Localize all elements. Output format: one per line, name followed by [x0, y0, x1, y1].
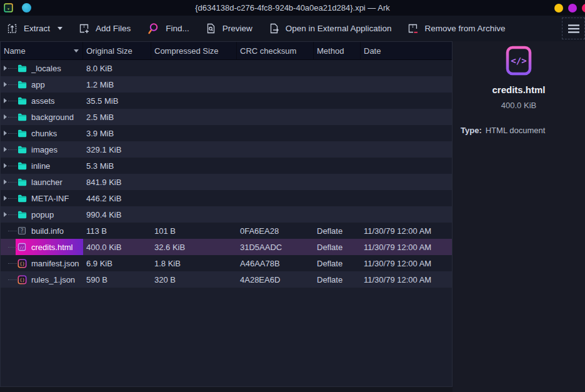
table-row[interactable]: popup990.4 KiB — [1, 206, 452, 223]
tree-indent — [1, 125, 16, 141]
table-row[interactable]: //credits.html400.0 KiB32.6 KiB31D5AADCD… — [1, 239, 452, 255]
expand-arrow-icon[interactable] — [4, 114, 7, 119]
cell-compressed-size: 32.6 KiB — [151, 239, 237, 255]
column-header-name[interactable]: Name — [1, 42, 83, 59]
expand-arrow-icon[interactable] — [4, 196, 7, 201]
cell-method: Deflate — [314, 271, 361, 288]
table-row[interactable]: META-INF446.2 KiB — [1, 190, 452, 206]
cell-date: 11/30/79 12:00 AM — [361, 271, 452, 288]
table-row[interactable]: launcher841.9 KiB — [1, 174, 452, 190]
remove-from-archive-icon — [407, 23, 419, 34]
cell-crc-checksum — [237, 76, 314, 93]
archive-table: Name Original Size Compressed Size CRC c… — [0, 41, 452, 387]
cell-name: {}manifest.json — [1, 255, 83, 271]
tree-indent — [1, 206, 16, 223]
cell-crc-checksum — [237, 93, 314, 109]
cell-original-size: 446.2 KiB — [83, 190, 151, 206]
expand-arrow-icon[interactable] — [4, 163, 7, 168]
column-header-crc-checksum[interactable]: CRC checksum — [237, 42, 314, 59]
preview-icon — [205, 23, 217, 34]
add-files-button[interactable]: Add Files — [78, 23, 131, 34]
folder-icon — [18, 178, 27, 186]
extract-icon — [6, 23, 18, 34]
cell-original-size: 841.9 KiB — [83, 174, 151, 190]
folder-icon — [18, 162, 27, 170]
tree-connector — [8, 149, 17, 150]
preview-button[interactable]: Preview — [205, 23, 252, 34]
open-external-button[interactable]: Open in External Application — [268, 23, 392, 34]
entry-name: credits.html — [31, 243, 72, 252]
column-header-method[interactable]: Method — [314, 42, 361, 59]
expand-arrow-icon[interactable] — [4, 131, 7, 136]
window-title: {d634138d-c276-4fc8-924b-40a0ea21d284}.x… — [0, 3, 585, 13]
svg-text:{}: {} — [19, 278, 24, 283]
table-row[interactable]: background2.5 MiB — [1, 109, 452, 125]
entry-name: app — [31, 80, 45, 89]
unknown-file-icon: ? — [18, 226, 26, 235]
cell-method — [314, 76, 361, 93]
minimize-button[interactable] — [554, 4, 563, 13]
cell-date — [361, 174, 452, 190]
cell-date — [361, 125, 452, 141]
expand-arrow-icon[interactable] — [4, 98, 7, 103]
cell-name: //credits.html — [1, 239, 83, 255]
cell-name: launcher — [1, 174, 83, 190]
tree-indent — [1, 239, 16, 255]
expand-arrow-icon[interactable] — [4, 179, 7, 184]
cell-compressed-size: 1.8 KiB — [151, 255, 237, 271]
close-button[interactable] — [582, 4, 585, 13]
tree-indent — [1, 190, 16, 206]
cell-name: popup — [1, 206, 83, 223]
expand-arrow-icon[interactable] — [4, 147, 7, 152]
info-file-name: credits.html — [492, 84, 545, 95]
tree-connector — [8, 68, 17, 69]
cell-date — [361, 190, 452, 206]
open-external-icon — [268, 23, 280, 34]
column-header-date[interactable]: Date — [361, 42, 452, 59]
cell-name: background — [1, 109, 83, 125]
expand-arrow-icon[interactable] — [4, 82, 7, 87]
column-header-compressed-size[interactable]: Compressed Size — [151, 42, 237, 59]
expand-arrow-icon[interactable] — [4, 212, 7, 217]
tree-connector — [8, 166, 17, 166]
table-row[interactable]: inline5.3 MiB — [1, 158, 452, 174]
entry-name: images — [31, 145, 58, 154]
column-header-name-label: Name — [4, 46, 26, 56]
preview-label: Preview — [222, 24, 252, 33]
table-row[interactable]: {}manifest.json6.9 KiB1.8 KiBA46AA78BDef… — [1, 255, 452, 271]
expand-arrow-icon[interactable] — [4, 66, 7, 71]
cell-name: ?build.info — [1, 223, 83, 239]
column-header-original-size[interactable]: Original Size — [83, 42, 151, 59]
cell-crc-checksum: A46AA78B — [237, 255, 314, 271]
add-files-label: Add Files — [96, 24, 131, 33]
folder-icon — [18, 146, 27, 154]
info-file-size: 400.0 KiB — [501, 101, 536, 110]
menu-button[interactable] — [562, 18, 585, 39]
entry-name: rules_1.json — [31, 275, 75, 284]
cell-method — [314, 158, 361, 174]
cell-date — [361, 76, 452, 93]
maximize-button[interactable] — [568, 4, 577, 13]
table-row[interactable]: {}rules_1.json590 B320 B4A28EA6DDeflate1… — [1, 271, 452, 288]
cell-compressed-size — [151, 158, 237, 174]
remove-from-archive-button[interactable]: Remove from Archive — [407, 23, 505, 34]
info-panel: </> credits.html 400.0 KiB Type:HTML doc… — [452, 41, 585, 392]
entry-name: launcher — [31, 178, 62, 187]
cell-date — [361, 60, 452, 76]
table-row[interactable]: _locales8.0 KiB — [1, 60, 452, 76]
cell-date — [361, 206, 452, 223]
table-row[interactable]: chunks3.9 MiB — [1, 125, 452, 141]
tree-indent — [1, 109, 16, 125]
table-row[interactable]: assets35.5 MiB — [1, 93, 452, 109]
find-button[interactable]: Find... — [146, 22, 189, 36]
cell-compressed-size — [151, 125, 237, 141]
find-label: Find... — [166, 24, 189, 33]
table-row[interactable]: images329.1 KiB — [1, 141, 452, 158]
table-row[interactable]: ?build.info113 B101 B0FA6EA28Deflate11/3… — [1, 223, 452, 239]
folder-icon — [18, 64, 27, 73]
table-row[interactable]: app1.2 MiB — [1, 76, 452, 93]
cell-method — [314, 190, 361, 206]
tree-indent — [1, 271, 16, 288]
cell-crc-checksum — [237, 190, 314, 206]
extract-button[interactable]: Extract — [6, 23, 62, 34]
